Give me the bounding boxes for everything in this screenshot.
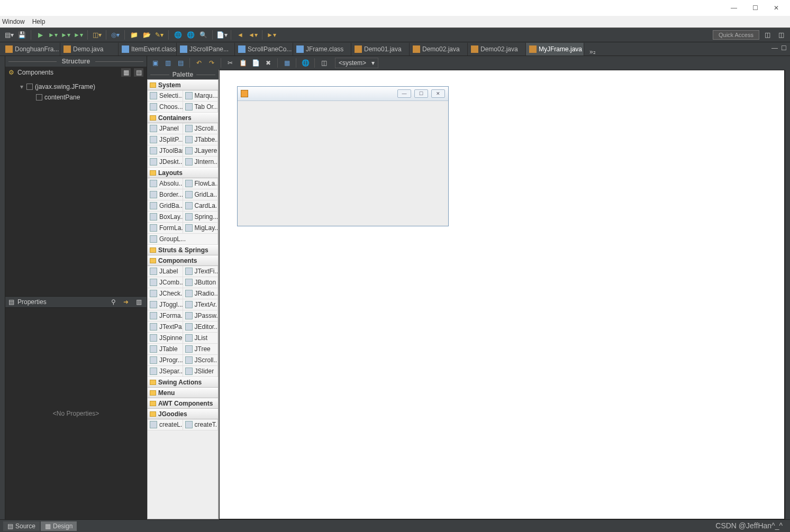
editor-tab[interactable]: JFrame.class [293, 43, 351, 56]
quick-access-input[interactable]: Quick Access [713, 30, 759, 40]
editor-tab[interactable]: JScrollPane... [177, 43, 235, 56]
palette-item[interactable]: JLabel [148, 266, 183, 277]
tree-twisty-icon[interactable]: ▾ [19, 83, 24, 90]
palette-item[interactable]: JScroll... [183, 355, 219, 366]
editor-tab[interactable]: Demo.java [60, 43, 119, 56]
globe-icon[interactable]: 🌐 [172, 29, 184, 41]
properties-view-icon[interactable]: ▥ [134, 298, 143, 306]
ext-tools-icon[interactable]: ►▾ [72, 29, 84, 41]
system-icon[interactable]: ◫ [318, 57, 330, 69]
palette-item[interactable]: JPassw... [183, 310, 219, 322]
palette-item[interactable]: Border... [148, 189, 183, 200]
palette-item[interactable]: JList [183, 333, 219, 344]
palette-item[interactable]: Spring... [183, 212, 219, 223]
palette-category[interactable]: Layouts [148, 168, 218, 178]
window-close-button[interactable]: ✕ [766, 2, 787, 14]
palette-item[interactable]: JTextAr... [183, 299, 219, 310]
delete-icon[interactable]: ✖ [262, 57, 274, 69]
properties-filter-icon[interactable]: ⚲ [108, 298, 118, 306]
palette-item[interactable]: createL... [148, 419, 183, 430]
editor-minimize-icon[interactable]: — [771, 44, 778, 52]
palette-item[interactable]: JProgr... [148, 355, 183, 366]
editor-tab[interactable]: Demo01.java [351, 43, 410, 56]
palette-item[interactable]: BoxLay... [148, 212, 183, 223]
editor-maximize-icon[interactable]: ☐ [781, 44, 787, 52]
jframe-content-pane[interactable] [238, 101, 448, 226]
palette-item[interactable]: JLayere... [183, 145, 219, 157]
palette-category[interactable]: Struts & Springs [148, 245, 218, 255]
new-dropdown-icon[interactable]: ▤▾ [3, 29, 15, 41]
server-icon[interactable]: ◎▾ [110, 29, 121, 41]
palette-item[interactable]: JSepar... [148, 366, 183, 377]
globe-alt-icon[interactable]: 🌐 [185, 29, 196, 41]
components-tree[interactable]: ▾(javax.swing.JFrame)contentPane [5, 78, 147, 296]
palette-category[interactable]: AWT Components [148, 398, 218, 409]
back-icon[interactable]: ◄ [234, 29, 246, 41]
jframe-maximize-button[interactable]: ☐ [414, 89, 428, 98]
palette-item[interactable]: FormLa... [148, 223, 183, 234]
editor-tab[interactable]: Demo02.java [468, 43, 526, 56]
palette-category[interactable]: Components [148, 255, 218, 266]
palette-item[interactable]: JTree [183, 344, 219, 355]
palette-item[interactable]: JTextFi... [183, 266, 219, 277]
edtb-2-icon[interactable]: ▥ [162, 57, 174, 69]
open-resource-icon[interactable]: 📄▾ [216, 29, 228, 41]
palette-item[interactable]: Marqu... [183, 90, 219, 102]
globe2-icon[interactable]: 🌐 [299, 57, 311, 69]
palette-category[interactable]: JGoodies [148, 409, 218, 419]
back-history-icon[interactable]: ◄▾ [247, 29, 259, 41]
search-icon[interactable]: 🔍 [197, 29, 209, 41]
palette-item[interactable]: FlowLa... [183, 178, 219, 189]
palette-item[interactable]: Absolu... [148, 178, 183, 189]
copy-icon[interactable]: 📋 [237, 57, 249, 69]
perspective-button-1[interactable]: ◫ [761, 29, 773, 41]
components-expand-icon[interactable]: ▦ [121, 68, 131, 77]
look-and-feel-combo[interactable]: <system>▾ [335, 58, 378, 68]
palette-item[interactable]: JCheck... [148, 288, 183, 299]
palette-item[interactable]: GridBa... [148, 200, 183, 212]
design-canvas[interactable]: — ☐ ✕ [219, 70, 785, 519]
redo-icon[interactable]: ↷ [206, 57, 217, 69]
tab-design[interactable]: ▦ Design [41, 521, 77, 531]
properties-goto-icon[interactable]: ➜ [121, 298, 131, 306]
components-collapse-icon[interactable]: ▤ [134, 68, 143, 77]
palette-item[interactable]: JPanel [148, 123, 183, 134]
palette-category[interactable]: Containers [148, 113, 218, 123]
palette-item[interactable]: JDeskt... [148, 157, 183, 168]
palette-item[interactable]: GroupL... [148, 234, 218, 245]
open-type-icon[interactable]: 📂 [141, 29, 152, 41]
forward-icon[interactable]: ►▾ [266, 29, 277, 41]
palette-item[interactable]: JToggl... [148, 299, 183, 310]
edtb-1-icon[interactable]: ▣ [149, 57, 161, 69]
undo-icon[interactable]: ↶ [193, 57, 205, 69]
palette-item[interactable]: createT... [183, 419, 219, 430]
palette-category[interactable]: Swing Actions [148, 377, 218, 388]
editor-tab[interactable]: ItemEvent.class [119, 43, 177, 56]
menu-window[interactable]: Window [2, 18, 25, 25]
palette-category[interactable]: System [148, 80, 218, 90]
palette-item[interactable]: JTextPa... [148, 322, 183, 333]
edit-icon[interactable]: ✎▾ [153, 29, 165, 41]
palette-item[interactable]: Selecti... [148, 90, 183, 102]
palette-list[interactable]: SystemSelecti...Marqu...Choos...Tab Or..… [147, 79, 219, 519]
package-icon[interactable]: ◫▾ [91, 29, 103, 41]
debug-icon[interactable]: ▶ [34, 29, 46, 41]
palette-item[interactable]: GridLa... [183, 189, 219, 200]
jframe-close-button[interactable]: ✕ [431, 89, 445, 98]
palette-item[interactable]: JToolBar [148, 145, 183, 157]
palette-category[interactable]: Menu [148, 388, 218, 398]
jframe-preview[interactable]: — ☐ ✕ [237, 86, 449, 226]
palette-item[interactable]: JIntern... [183, 157, 219, 168]
palette-item[interactable]: JForma... [148, 310, 183, 322]
palette-item[interactable]: JSplitP... [148, 134, 183, 145]
palette-item[interactable]: Choos... [148, 102, 183, 113]
tree-node[interactable]: ▾(javax.swing.JFrame) [7, 81, 144, 92]
palette-item[interactable]: JSpinner [148, 333, 183, 344]
palette-item[interactable]: JSlider [183, 366, 219, 377]
window-minimize-button[interactable]: — [723, 2, 744, 14]
palette-item[interactable]: Tab Or... [183, 102, 219, 113]
test-icon[interactable]: ▦ [281, 57, 293, 69]
palette-item[interactable]: JRadio... [183, 288, 219, 299]
tree-node[interactable]: contentPane [7, 92, 144, 103]
tabs-overflow[interactable]: »₂ [586, 48, 599, 56]
